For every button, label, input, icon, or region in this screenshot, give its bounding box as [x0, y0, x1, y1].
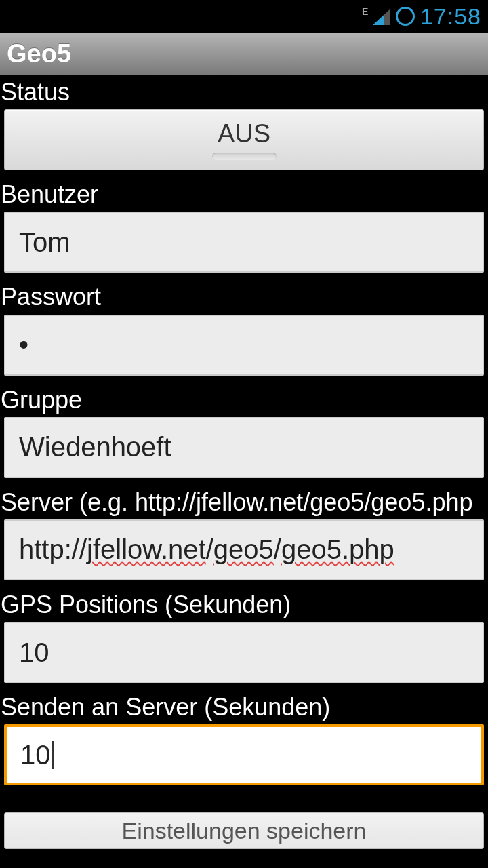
send-interval-input[interactable]: 10	[4, 724, 484, 785]
save-button-label: Einstellungen speichern	[121, 818, 366, 844]
group-input[interactable]	[4, 417, 484, 478]
gps-interval-label: GPS Positions (Sekunden)	[0, 587, 488, 622]
toggle-indicator	[212, 153, 277, 160]
gps-interval-input[interactable]	[4, 622, 484, 683]
android-statusbar: E 17:58	[0, 0, 488, 33]
server-input[interactable]: http://jfellow.net/geo5/geo5.php	[4, 519, 484, 580]
clock: 17:58	[420, 3, 481, 30]
status-toggle-button[interactable]: AUS	[4, 109, 484, 170]
network-type-badge: E	[362, 6, 368, 17]
password-label: Passwort	[0, 279, 488, 314]
app-title: Geo5	[7, 39, 71, 68]
password-input[interactable]	[4, 315, 484, 376]
text-caret	[52, 741, 54, 769]
server-label: Server (e.g. http://jfellow.net/geo5/geo…	[0, 485, 488, 519]
signal-icon: E	[367, 6, 390, 26]
status-toggle-text: AUS	[218, 119, 270, 149]
save-settings-button[interactable]: Einstellungen speichern	[4, 812, 484, 849]
user-input[interactable]	[4, 212, 484, 273]
user-label: Benutzer	[0, 177, 488, 212]
send-interval-value: 10	[20, 740, 51, 770]
app-titlebar: Geo5	[0, 33, 488, 75]
group-label: Gruppe	[0, 382, 488, 417]
server-input-text: http://jfellow.net/geo5/geo5.php	[19, 534, 394, 565]
status-label: Status	[0, 75, 488, 109]
send-interval-label: Senden an Server (Sekunden)	[0, 690, 488, 724]
sync-ring-icon	[396, 7, 415, 26]
settings-form: Status AUS Benutzer Passwort Gruppe Serv…	[0, 75, 488, 849]
